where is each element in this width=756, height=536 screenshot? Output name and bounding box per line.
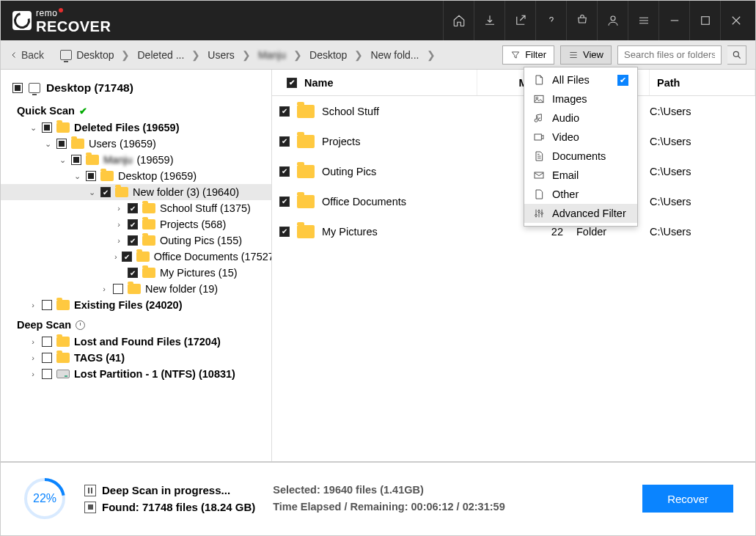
- table-row[interactable]: ✔Outing Pics22FolderC:\Users: [272, 156, 755, 186]
- home-button[interactable]: [443, 1, 474, 40]
- minimize-button[interactable]: [658, 1, 689, 40]
- breadcrumb-2[interactable]: Users: [208, 49, 235, 61]
- checkbox-checked[interactable]: ✔: [279, 106, 290, 117]
- checkbox-empty[interactable]: [42, 369, 52, 379]
- search-input[interactable]: [618, 46, 721, 64]
- checkbox-empty[interactable]: [113, 284, 123, 294]
- sidebar-root[interactable]: Desktop (71748): [1, 77, 271, 99]
- filter-email[interactable]: Email: [524, 166, 637, 185]
- filter-button[interactable]: Filter: [502, 45, 554, 65]
- filter-advanced[interactable]: Advanced Filter: [524, 204, 637, 223]
- table-row[interactable]: ✔School Stuff22FolderC:\Users: [272, 96, 755, 126]
- chevron-right-icon[interactable]: ›: [29, 337, 37, 346]
- column-path[interactable]: Path: [650, 70, 755, 95]
- filter-all-files[interactable]: All Files✔: [524, 70, 637, 89]
- tree-lostfound[interactable]: ›Lost and Found Files (17204): [1, 334, 271, 350]
- chevron-right-icon: ❯: [121, 49, 130, 61]
- tree-user[interactable]: ⌄Manju(19659): [1, 152, 271, 168]
- file-icon: [533, 188, 545, 200]
- pause-button[interactable]: [84, 485, 96, 496]
- breadcrumb-0[interactable]: Desktop: [76, 49, 114, 61]
- maximize-button[interactable]: [689, 1, 720, 40]
- menu-button[interactable]: [628, 1, 658, 40]
- table-header: ✔Name Modified Type Path: [272, 70, 755, 96]
- tree-users[interactable]: ⌄Users (19659): [1, 136, 271, 152]
- breadcrumb-4[interactable]: Desktop: [309, 49, 347, 61]
- column-name[interactable]: ✔Name: [279, 70, 477, 95]
- tree-school[interactable]: ›✔School Stuff (1375): [1, 200, 271, 216]
- chevron-right-icon[interactable]: ›: [100, 284, 109, 293]
- checkbox-mixed[interactable]: [86, 171, 96, 181]
- checkbox-checked[interactable]: ✔: [279, 197, 290, 207]
- chevron-down-icon[interactable]: ⌄: [73, 172, 81, 181]
- checkbox-checked[interactable]: ✔: [128, 203, 138, 213]
- tree-outing[interactable]: ›✔Outing Pics (155): [1, 232, 271, 249]
- checkbox-checked[interactable]: ✔: [128, 268, 138, 278]
- breadcrumb-3[interactable]: Manju: [258, 49, 286, 61]
- checkbox-checked[interactable]: ✔: [279, 166, 290, 177]
- tree-pictures[interactable]: ✔My Pictures (15): [1, 265, 271, 281]
- chevron-down-icon[interactable]: ⌄: [87, 188, 96, 197]
- tree-tags[interactable]: ›TAGS (41): [1, 350, 271, 366]
- tree-existing[interactable]: ›Existing Files (24020): [1, 297, 271, 313]
- monitor-icon: [29, 83, 40, 93]
- chevron-right-icon[interactable]: ›: [29, 301, 37, 309]
- tree-deleted-files[interactable]: ⌄Deleted Files (19659): [1, 120, 271, 136]
- chevron-right-icon[interactable]: ›: [114, 236, 123, 245]
- chevron-right-icon[interactable]: ›: [114, 220, 123, 229]
- tree-lostpart[interactable]: ›Lost Partition - 1 (NTFS) (10831): [1, 366, 271, 382]
- tree-projects[interactable]: ›✔Projects (568): [1, 216, 271, 232]
- statusbar: 22% Deep Scan in progress... Found: 7174…: [1, 461, 755, 535]
- user-button[interactable]: [597, 1, 628, 40]
- download-button[interactable]: [474, 1, 504, 40]
- help-button[interactable]: [535, 1, 566, 40]
- filter-audio[interactable]: Audio: [524, 109, 637, 128]
- checkbox-select-all[interactable]: ✔: [287, 78, 297, 88]
- filter-images[interactable]: Images: [524, 89, 637, 109]
- filter-documents[interactable]: Documents: [524, 147, 637, 166]
- folder-icon: [86, 155, 99, 165]
- checkbox-checked[interactable]: ✔: [100, 187, 111, 197]
- export-button[interactable]: [504, 1, 535, 40]
- recover-button[interactable]: Recover: [642, 485, 733, 513]
- filter-other[interactable]: Other: [524, 185, 637, 204]
- table-row[interactable]: ✔My Pictures22FolderC:\Users: [272, 216, 755, 246]
- cart-button[interactable]: [566, 1, 597, 40]
- chevron-right-icon[interactable]: ›: [29, 370, 37, 378]
- chevron-down-icon[interactable]: ⌄: [58, 155, 67, 165]
- close-button[interactable]: [720, 1, 751, 40]
- chevron-down-icon[interactable]: ⌄: [43, 139, 52, 149]
- chevron-right-icon[interactable]: ›: [29, 353, 37, 362]
- checkbox-mixed[interactable]: [12, 83, 23, 93]
- checkbox-checked[interactable]: ✔: [279, 227, 290, 237]
- chevron-right-icon[interactable]: ›: [114, 204, 123, 213]
- row-type: Folder: [576, 226, 650, 238]
- checkbox-empty[interactable]: [42, 300, 52, 310]
- checkbox-mixed[interactable]: [71, 155, 81, 165]
- checkbox-mixed[interactable]: [56, 139, 67, 149]
- checkbox-empty[interactable]: [42, 337, 52, 347]
- breadcrumb-1[interactable]: Deleted ...: [137, 49, 184, 61]
- stop-button[interactable]: [84, 502, 96, 513]
- tree-newfolder3[interactable]: ⌄✔New folder (3) (19640): [1, 184, 271, 200]
- chevron-down-icon[interactable]: ⌄: [29, 123, 37, 133]
- checkbox-checked[interactable]: ✔: [128, 219, 138, 230]
- checkbox-checked[interactable]: ✔: [122, 252, 132, 262]
- tree-newfolder[interactable]: ›New folder (19): [1, 281, 271, 297]
- table-row[interactable]: ✔Office Documents22FolderC:\Users: [272, 186, 755, 216]
- search-button[interactable]: [727, 45, 746, 65]
- checkbox-checked[interactable]: ✔: [279, 136, 290, 147]
- tree-desktop[interactable]: ⌄Desktop (19659): [1, 168, 271, 184]
- back-button[interactable]: Back: [10, 49, 44, 61]
- checkbox-mixed[interactable]: [42, 122, 52, 133]
- breadcrumb-5[interactable]: New fold...: [370, 49, 419, 61]
- chevron-right-icon[interactable]: ›: [114, 252, 117, 261]
- tree-office[interactable]: ›✔Office Documents (17527): [1, 249, 271, 265]
- row-path: C:\Users: [650, 106, 755, 117]
- check-icon: ✔: [617, 75, 628, 86]
- checkbox-empty[interactable]: [42, 353, 52, 363]
- filter-video[interactable]: Video: [524, 128, 637, 147]
- checkbox-checked[interactable]: ✔: [128, 235, 138, 246]
- table-row[interactable]: ✔Projects22FolderC:\Users: [272, 126, 755, 156]
- view-button[interactable]: View: [560, 45, 612, 65]
